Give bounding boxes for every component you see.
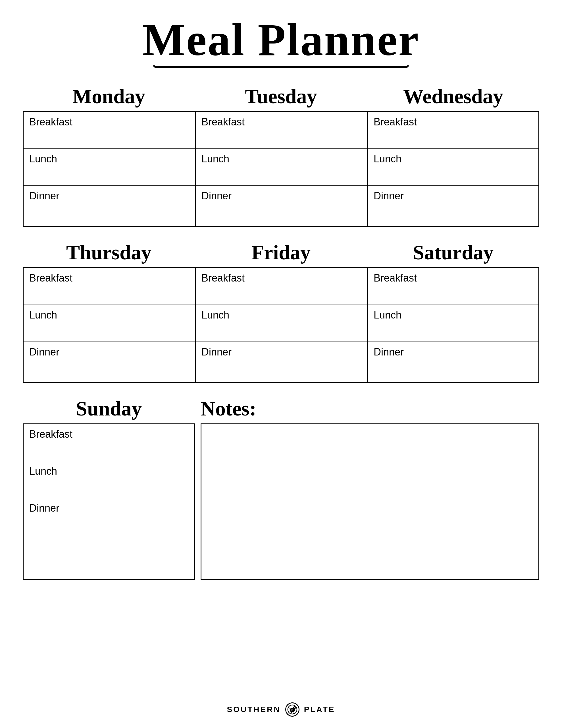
meal-label-monday-lunch: Lunch	[29, 153, 189, 165]
notes-column: Notes:	[195, 397, 539, 580]
meal-label-sunday-dinner: Dinner	[29, 502, 188, 514]
svg-point-2	[293, 706, 296, 709]
meal-cell-thursday-lunch[interactable]: Lunch	[24, 305, 195, 342]
meal-cell-friday-breakfast[interactable]: Breakfast	[196, 268, 367, 305]
day-label-sunday: Sunday	[23, 397, 195, 421]
meal-label-wednesday-breakfast: Breakfast	[374, 116, 533, 128]
notes-box[interactable]	[201, 423, 539, 580]
meal-label-wednesday-dinner: Dinner	[374, 190, 533, 202]
day-box-sunday: Breakfast Lunch Dinner	[23, 423, 195, 580]
svg-line-9	[293, 712, 293, 713]
title-underline	[153, 65, 409, 68]
day-box-thursday: Breakfast Lunch Dinner	[23, 267, 195, 383]
day-label-saturday: Saturday	[367, 241, 539, 264]
meal-cell-sunday-lunch[interactable]: Lunch	[24, 461, 194, 498]
day-label-friday: Friday	[195, 241, 367, 264]
day-column-monday: Monday Breakfast Lunch Dinner	[23, 85, 195, 227]
meal-label-tuesday-lunch: Lunch	[202, 153, 361, 165]
meal-label-thursday-lunch: Lunch	[29, 309, 189, 321]
day-label-monday: Monday	[23, 85, 195, 108]
chicken-icon	[285, 702, 299, 717]
sunday-column: Sunday Breakfast Lunch Dinner	[23, 397, 195, 580]
footer-right: PLATE	[304, 705, 335, 714]
meal-cell-wednesday-breakfast[interactable]: Breakfast	[368, 112, 538, 149]
meal-label-sunday-lunch: Lunch	[29, 465, 188, 477]
meal-label-saturday-breakfast: Breakfast	[374, 272, 533, 284]
meal-label-thursday-dinner: Dinner	[29, 346, 189, 358]
meal-label-friday-dinner: Dinner	[202, 346, 361, 358]
meal-label-sunday-breakfast: Breakfast	[29, 428, 188, 440]
meal-label-saturday-dinner: Dinner	[374, 346, 533, 358]
day-column-wednesday: Wednesday Breakfast Lunch Dinner	[367, 85, 539, 227]
meal-cell-sunday-dinner[interactable]: Dinner	[24, 498, 194, 538]
day-label-wednesday: Wednesday	[367, 85, 539, 108]
meal-label-monday-dinner: Dinner	[29, 190, 189, 202]
meal-cell-wednesday-dinner[interactable]: Dinner	[368, 186, 538, 226]
meal-label-tuesday-breakfast: Breakfast	[202, 116, 361, 128]
day-box-friday: Breakfast Lunch Dinner	[195, 267, 367, 383]
meal-cell-tuesday-breakfast[interactable]: Breakfast	[196, 112, 367, 149]
meal-label-friday-lunch: Lunch	[202, 309, 361, 321]
planner-grid: Monday Breakfast Lunch Dinner Tuesday Br…	[23, 85, 539, 597]
meal-cell-tuesday-dinner[interactable]: Dinner	[196, 186, 367, 226]
footer-left: SOUTHERN	[227, 705, 281, 714]
day-column-thursday: Thursday Breakfast Lunch Dinner	[23, 241, 195, 383]
day-box-wednesday: Breakfast Lunch Dinner	[367, 111, 539, 227]
day-label-thursday: Thursday	[23, 241, 195, 264]
day-box-tuesday: Breakfast Lunch Dinner	[195, 111, 367, 227]
day-box-saturday: Breakfast Lunch Dinner	[367, 267, 539, 383]
bottom-row: Sunday Breakfast Lunch Dinner Notes:	[23, 397, 539, 580]
day-column-saturday: Saturday Breakfast Lunch Dinner	[367, 241, 539, 383]
meal-label-monday-breakfast: Breakfast	[29, 116, 189, 128]
meal-cell-sunday-breakfast[interactable]: Breakfast	[24, 424, 194, 461]
meal-cell-saturday-breakfast[interactable]: Breakfast	[368, 268, 538, 305]
week-row-1: Monday Breakfast Lunch Dinner Tuesday Br…	[23, 85, 539, 227]
notes-label: Notes:	[201, 397, 539, 421]
meal-cell-monday-dinner[interactable]: Dinner	[24, 186, 195, 226]
footer: SOUTHERN PLATE	[227, 697, 335, 717]
day-column-tuesday: Tuesday Breakfast Lunch Dinner	[195, 85, 367, 227]
meal-cell-monday-lunch[interactable]: Lunch	[24, 149, 195, 186]
svg-line-8	[291, 712, 291, 713]
week-row-2: Thursday Breakfast Lunch Dinner Friday B…	[23, 241, 539, 383]
day-column-friday: Friday Breakfast Lunch Dinner	[195, 241, 367, 383]
meal-cell-thursday-dinner[interactable]: Dinner	[24, 342, 195, 382]
day-label-tuesday: Tuesday	[195, 85, 367, 108]
meal-label-tuesday-dinner: Dinner	[202, 190, 361, 202]
meal-cell-friday-lunch[interactable]: Lunch	[196, 305, 367, 342]
meal-cell-wednesday-lunch[interactable]: Lunch	[368, 149, 538, 186]
meal-cell-saturday-dinner[interactable]: Dinner	[368, 342, 538, 382]
meal-label-friday-breakfast: Breakfast	[202, 272, 361, 284]
meal-cell-tuesday-lunch[interactable]: Lunch	[196, 149, 367, 186]
meal-cell-saturday-lunch[interactable]: Lunch	[368, 305, 538, 342]
page-title: Meal Planner	[142, 17, 420, 63]
meal-cell-monday-breakfast[interactable]: Breakfast	[24, 112, 195, 149]
meal-cell-thursday-breakfast[interactable]: Breakfast	[24, 268, 195, 305]
svg-point-5	[294, 707, 295, 708]
meal-cell-friday-dinner[interactable]: Dinner	[196, 342, 367, 382]
meal-label-thursday-breakfast: Breakfast	[29, 272, 189, 284]
meal-label-wednesday-lunch: Lunch	[374, 153, 533, 165]
meal-label-saturday-lunch: Lunch	[374, 309, 533, 321]
day-box-monday: Breakfast Lunch Dinner	[23, 111, 195, 227]
